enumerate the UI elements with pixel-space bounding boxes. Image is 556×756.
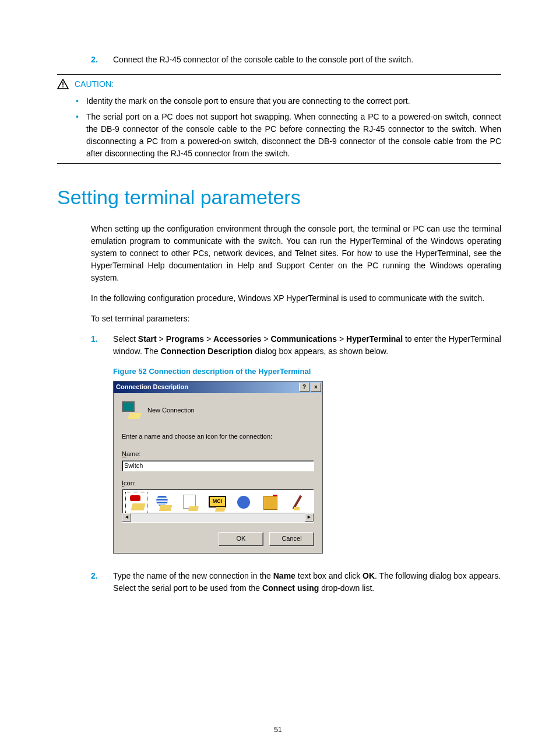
step-number: 1. — [91, 333, 113, 358]
text: > — [204, 334, 213, 344]
icon-option-phone[interactable] — [127, 494, 146, 512]
name-input[interactable] — [122, 460, 314, 471]
caution-bullet: The serial port on a PC does not support… — [76, 111, 501, 160]
new-connection-row: New Connection — [122, 401, 314, 420]
caution-bottom-rule — [57, 163, 501, 164]
numbered-step: 1. Select Start > Programs > Accessories… — [91, 333, 501, 358]
paragraph: In the following configuration procedure… — [91, 292, 501, 304]
text: Type the name of the new connection in t… — [113, 571, 273, 580]
svg-rect-0 — [62, 82, 64, 86]
mnemonic-char: N — [122, 450, 126, 457]
titlebar-help-button[interactable]: ? — [299, 383, 309, 392]
paragraph: When setting up the configuration enviro… — [91, 223, 501, 284]
menu-path-communications: Communications — [271, 334, 337, 344]
dialog-name-ref: Connection Description — [160, 346, 252, 356]
step-text: Select Start > Programs > Accessories > … — [113, 333, 501, 358]
icon-option-document[interactable] — [181, 494, 199, 512]
scroll-track[interactable] — [131, 513, 305, 522]
new-connection-label: New Connection — [147, 405, 195, 415]
instruction-text: Enter a name and choose an icon for the … — [122, 432, 314, 442]
menu-path-start: Start — [138, 334, 157, 344]
icon-option-note[interactable] — [261, 494, 280, 512]
menu-path-hyperterminal: HyperTerminal — [346, 334, 403, 344]
step-number: 2. — [91, 54, 113, 66]
dialog-title-text: Connection Description — [116, 382, 298, 392]
caution-bullet: Identity the mark on the console port to… — [76, 95, 501, 107]
icon-picker[interactable]: MCI ◄ ► — [122, 489, 314, 523]
connection-description-dialog: Connection Description ? × New Connectio… — [113, 381, 323, 554]
text: text box and click — [295, 571, 363, 580]
icon-option-stick[interactable] — [288, 494, 307, 512]
label-rest: ame: — [126, 450, 140, 457]
new-connection-icon — [122, 401, 140, 420]
field-ref-connect-using: Connect using — [262, 583, 319, 593]
text: dialog box appears, as shown below. — [252, 346, 388, 356]
name-label: Name: — [122, 449, 314, 459]
button-ref-ok: OK — [363, 571, 375, 580]
scroll-left-button[interactable]: ◄ — [122, 513, 131, 522]
menu-path-programs: Programs — [166, 334, 204, 344]
step-text: Connect the RJ-45 connector of the conso… — [113, 54, 501, 66]
text: drop-down list. — [319, 583, 374, 593]
label-rest: con: — [124, 480, 136, 487]
icon-option-mci[interactable]: MCI — [207, 494, 226, 512]
dialog-titlebar: Connection Description ? × — [114, 382, 322, 393]
icon-scrollbar[interactable]: ◄ ► — [122, 513, 314, 522]
titlebar-close-button[interactable]: × — [311, 383, 321, 392]
caution-top-rule — [57, 74, 501, 75]
icon-option-globe[interactable] — [154, 494, 173, 512]
caution-header: CAUTION: — [57, 78, 501, 90]
dialog-body: New Connection Enter a name and choose a… — [114, 393, 322, 554]
ok-button[interactable]: OK — [219, 532, 263, 546]
field-ref-name: Name — [273, 571, 295, 580]
step-text: Type the name of the new connection in t… — [113, 570, 501, 594]
numbered-step: 2. Connect the RJ-45 connector of the co… — [91, 54, 501, 66]
step-2-top: 2. Connect the RJ-45 connector of the co… — [91, 54, 501, 66]
cancel-button[interactable]: Cancel — [269, 532, 314, 546]
caution-triangle-icon — [57, 79, 69, 89]
icon-option-sphere[interactable] — [234, 494, 253, 512]
figure-caption: Figure 52 Connection description of the … — [113, 366, 501, 377]
svg-rect-1 — [62, 86, 64, 88]
text: > — [262, 334, 271, 344]
body-block: When setting up the configuration enviro… — [91, 223, 501, 594]
section-heading: Setting terminal parameters — [57, 183, 501, 212]
paragraph: To set terminal parameters: — [91, 313, 501, 325]
numbered-step: 2. Type the name of the new connection i… — [91, 570, 501, 594]
page-number: 51 — [0, 724, 556, 735]
caution-heading: CAUTION: — [75, 78, 114, 90]
page-container: 2. Connect the RJ-45 connector of the co… — [0, 0, 556, 756]
icon-label: Icon: — [122, 478, 314, 488]
text: Select — [113, 334, 138, 344]
menu-path-accessories: Accessories — [213, 334, 262, 344]
text: > — [157, 334, 166, 344]
caution-bullets: Identity the mark on the console port to… — [76, 95, 501, 160]
step-number: 2. — [91, 570, 113, 594]
dialog-buttons: OK Cancel — [122, 532, 314, 546]
text: > — [337, 334, 346, 344]
scroll-right-button[interactable]: ► — [305, 513, 314, 522]
